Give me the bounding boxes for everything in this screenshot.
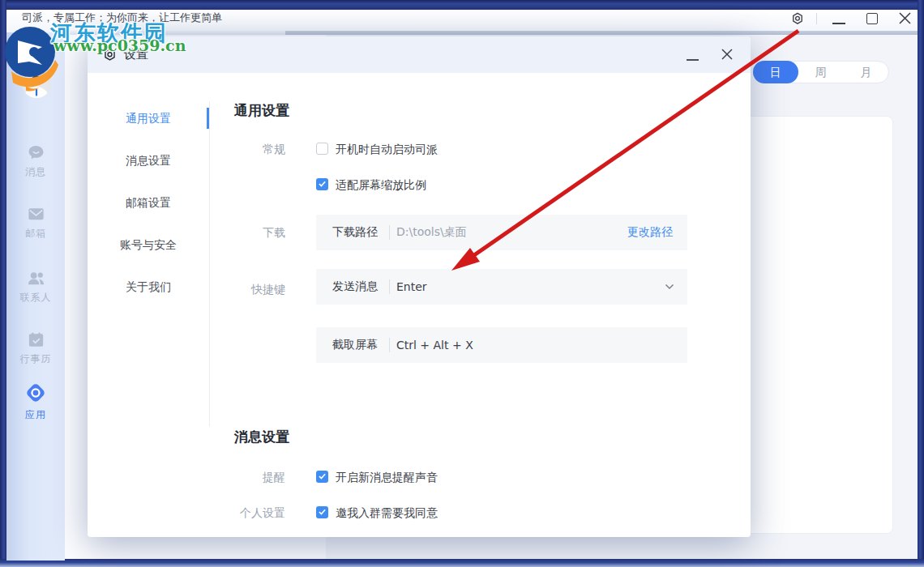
titlebar-separator	[816, 13, 817, 24]
view-tab-day[interactable]: 日	[753, 61, 798, 83]
send-message-hotkey-row[interactable]: 发送消息 Enter	[316, 269, 687, 305]
dialog-title: 设置	[124, 36, 148, 73]
check-icon	[318, 508, 327, 516]
window-frame-bottom	[0, 559, 924, 567]
dialog-minimize-button[interactable]	[687, 59, 699, 61]
field-separator	[389, 338, 390, 352]
scale-checkbox[interactable]	[316, 178, 328, 190]
personal-checkbox[interactable]	[316, 506, 328, 518]
screenshot-key: 截取屏幕	[332, 338, 383, 352]
remind-label: 开启新消息提醒声音	[336, 471, 438, 485]
sidebar-item-contacts[interactable]: 联系人	[6, 269, 65, 305]
check-icon	[318, 472, 327, 480]
tab-mail-settings[interactable]: 邮箱设置	[88, 190, 209, 215]
app-titlebar: 司派，专属工作；为你而来，让工作更简单	[6, 10, 918, 32]
avatar[interactable]	[22, 69, 51, 98]
group-label-regular: 常规	[220, 143, 285, 157]
send-message-key: 发送消息	[332, 279, 383, 294]
view-tab-week[interactable]: 周	[798, 62, 844, 83]
window-frame-top	[0, 0, 924, 10]
dialog-header: 设置	[88, 36, 751, 73]
section-heading-general: 通用设置	[234, 101, 289, 120]
screenshot-value: Ctrl + Alt + X	[396, 339, 473, 352]
minimize-button[interactable]	[832, 23, 845, 24]
sidebar-label-calendar: 行事历	[6, 352, 65, 366]
sidebar-item-mail[interactable]: 邮箱	[6, 205, 65, 241]
tab-account-security[interactable]: 账号与安全	[88, 232, 209, 257]
window-frame-left	[0, 0, 6, 567]
close-button[interactable]	[898, 11, 912, 25]
sidebar-item-messages[interactable]: 消息	[6, 143, 65, 179]
settings-dialog: 设置 通用设置 消息设置 邮箱设置 账号与安全 关于我们 通用设置 常规 开机时…	[88, 36, 751, 537]
screenshot-hotkey-row[interactable]: 截取屏幕 Ctrl + Alt + X	[316, 327, 687, 363]
check-icon	[318, 180, 327, 188]
view-tab-month[interactable]: 月	[843, 62, 888, 83]
group-label-hotkey: 快捷键	[220, 283, 285, 297]
chat-bubble-icon	[27, 143, 45, 162]
group-label-remind: 提醒	[220, 471, 285, 485]
autostart-label: 开机时自动启动司派	[336, 143, 438, 157]
titlebar-settings-gear-icon[interactable]	[790, 11, 805, 26]
sidebar-item-calendar[interactable]: 行事历	[6, 330, 65, 366]
tab-message-settings[interactable]: 消息设置	[88, 148, 209, 173]
app-title-text: 司派，专属工作；为你而来，让工作更简单	[22, 11, 222, 25]
remind-checkbox[interactable]	[316, 471, 328, 483]
titlebar-shadow-left	[65, 31, 285, 35]
calendar-view-switcher: 日 周 月	[753, 61, 889, 83]
maximize-button[interactable]	[866, 13, 878, 24]
field-separator	[389, 225, 390, 240]
chevron-down-icon[interactable]	[665, 284, 674, 290]
sidebar-label-contacts: 联系人	[6, 291, 65, 305]
field-separator	[389, 279, 390, 294]
group-label-download: 下载	[220, 226, 285, 241]
section-heading-message: 消息设置	[234, 428, 289, 446]
download-path-row: 下载路径 D:\tools\桌面 更改路径	[316, 215, 687, 250]
download-path-value: D:\tools\桌面	[396, 225, 467, 240]
sidebar-label-apps: 应用	[6, 408, 65, 422]
change-path-link[interactable]: 更改路径	[627, 225, 673, 240]
sidebar-label-messages: 消息	[6, 165, 65, 179]
autostart-checkbox[interactable]	[316, 143, 328, 155]
calendar-icon	[27, 330, 45, 349]
group-label-personal: 个人设置	[220, 506, 285, 521]
sidebar-label-mail: 邮箱	[6, 227, 65, 241]
envelope-icon	[27, 205, 45, 224]
active-tab-indicator	[207, 108, 209, 129]
tab-about-us[interactable]: 关于我们	[88, 275, 209, 299]
tab-general-settings[interactable]: 通用设置	[88, 106, 209, 130]
app-diamond-icon	[22, 379, 49, 407]
tab-divider	[209, 101, 210, 427]
dialog-gear-icon	[102, 47, 118, 62]
contacts-icon	[26, 269, 46, 288]
send-message-value: Enter	[396, 280, 427, 293]
scale-label: 适配屏幕缩放比例	[336, 178, 426, 193]
avatar-person-icon	[22, 69, 51, 98]
personal-label: 邀我入群需要我同意	[336, 506, 438, 521]
sidebar-item-apps[interactable]: 应用	[6, 379, 65, 422]
dialog-close-button[interactable]	[721, 48, 734, 61]
titlebar-shadow-right	[285, 31, 918, 35]
sidebar: 消息 邮箱 联系人 行事历	[6, 32, 65, 561]
window-frame-right	[918, 0, 924, 567]
download-path-key: 下载路径	[332, 225, 383, 240]
